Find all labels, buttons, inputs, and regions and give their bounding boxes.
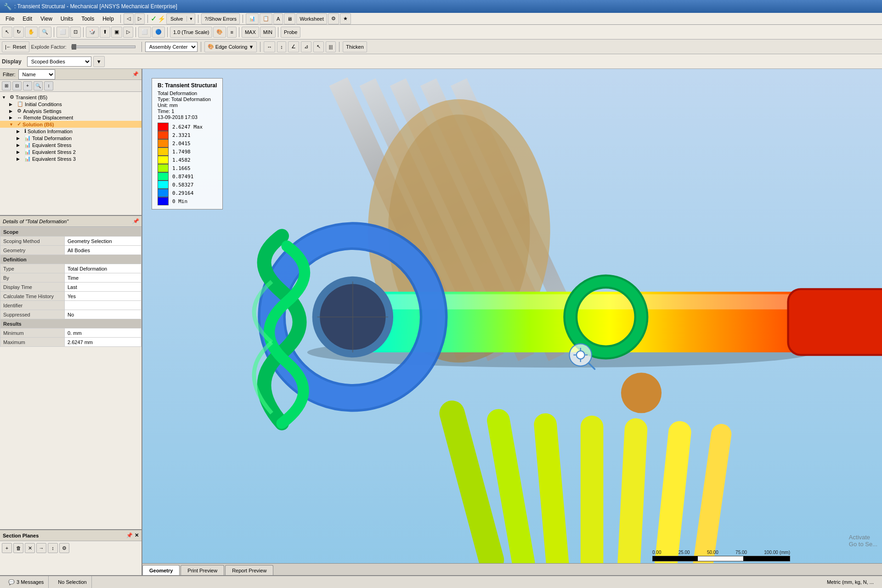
status-selection: No Selection — [53, 576, 91, 588]
title-text: : Transient Structural - Mechanical [ANS… — [14, 3, 177, 10]
legend-subtitle3: Unit: mm — [158, 102, 217, 108]
legend-row-7: 0.58327 — [158, 181, 217, 189]
detail-row: Minimum0. mm — [0, 328, 141, 338]
filter-select[interactable]: Name — [18, 69, 55, 79]
tree-item-7[interactable]: ▶📊Equivalent Stress — [0, 141, 141, 148]
menu-units[interactable]: Units — [57, 15, 77, 23]
tree-item-0[interactable]: ▼⚙Transient (B5) — [0, 94, 141, 101]
units-text: Metric (mm, kg, N, ... — [827, 579, 874, 585]
tree-item-5[interactable]: ▶ℹSolution Information — [0, 128, 141, 135]
wireframe-btn[interactable]: ⬜ — [138, 27, 151, 38]
viewport-tabs: GeometryPrint PreviewReport Preview — [142, 563, 882, 575]
thicken-btn[interactable]: Thicken — [343, 41, 367, 52]
pan-btn[interactable]: ✋ — [25, 27, 38, 38]
tree-sort-btn[interactable]: ↕ — [44, 81, 53, 90]
explode-slider[interactable] — [71, 45, 136, 48]
titlebar: 🔧 : Transient Structural - Mechanical [A… — [0, 0, 882, 13]
scoped-bodies-arrow[interactable]: ▼ — [93, 56, 105, 67]
pin-icon[interactable]: 📌 — [132, 71, 139, 77]
detail-row: Scoping MethodGeometry Selection — [0, 237, 141, 246]
solve-dropdown-arrow[interactable]: ▼ — [187, 17, 195, 21]
iso-view-btn[interactable]: 🎲 — [86, 27, 99, 38]
filter-label: Filter: — [3, 72, 16, 77]
solve-label[interactable]: Solve — [167, 16, 187, 22]
planes-pin-icon[interactable]: 📌 — [126, 532, 133, 538]
fit-btn[interactable]: ⊡ — [70, 27, 81, 38]
snap-btn[interactable]: ||| — [326, 41, 336, 52]
front-view-btn[interactable]: ▣ — [111, 27, 122, 38]
planes-add-btn[interactable]: + — [2, 543, 12, 553]
section-header-results: Results — [0, 319, 141, 328]
edge-coloring-arrow[interactable]: ▼ — [249, 44, 254, 50]
selection-text: No Selection — [58, 579, 86, 585]
section-header-definition: Definition — [0, 255, 141, 264]
details-pin-icon[interactable]: 📌 — [132, 218, 139, 224]
zoom-btn[interactable]: 🔍 — [39, 27, 51, 38]
edge-coloring-btn[interactable]: 🎨 Edge Coloring ▼ — [204, 41, 257, 52]
viewport-tab-2[interactable]: Report Preview — [225, 565, 273, 575]
tree-item-6[interactable]: ▶📊Total Deformation — [0, 135, 141, 141]
viewport[interactable]: B: Transient Structural Total Deformatio… — [142, 69, 882, 575]
legend-row-3: 1.7498 — [158, 147, 217, 156]
measure-btn-3[interactable]: ∠ — [288, 41, 299, 52]
icon-btn-3[interactable]: A — [273, 13, 283, 24]
menu-view[interactable]: View — [37, 15, 56, 23]
tree-collapse-all-btn[interactable]: ⊟ — [12, 81, 22, 90]
worksheet-btn[interactable]: Worksheet — [296, 13, 327, 24]
viewport-tab-0[interactable]: Geometry — [142, 565, 180, 575]
icon-btn-1[interactable]: 📊 — [246, 13, 259, 24]
max-btn[interactable]: MAX — [242, 27, 259, 38]
planes-close-icon[interactable]: ✕ — [135, 532, 139, 538]
right-view-btn[interactable]: ▷ — [123, 27, 133, 38]
planes-move-btn[interactable]: → — [36, 543, 46, 553]
planes-panel: Section Planes 📌 ✕ + 🗑 ✕ → ↕ ⚙ — [0, 529, 141, 575]
tree-item-2[interactable]: ▶⚙Analysis Settings — [0, 107, 141, 114]
display-type-btn[interactable]: ≡ — [227, 27, 236, 38]
measure-btn-1[interactable]: ↔ — [264, 41, 275, 52]
assembly-center-select[interactable]: Assembly Center — [145, 42, 198, 52]
icon-btn-2[interactable]: 📋 — [260, 13, 272, 24]
select-tool-btn[interactable]: ↖ — [2, 27, 12, 38]
shaded-btn[interactable]: 🔵 — [152, 27, 165, 38]
result-type-btn[interactable]: 🎨 — [213, 27, 226, 38]
min-btn[interactable]: MIN — [260, 27, 276, 38]
tree-expand-all-btn[interactable]: ⊞ — [2, 81, 11, 90]
tree-item-9[interactable]: ▶📊Equivalent Stress 3 — [0, 155, 141, 162]
tree-item-4[interactable]: ▼✓Solution (B6) — [0, 121, 141, 128]
icon-btn-5[interactable]: ⚙ — [328, 13, 339, 24]
probe-btn[interactable]: Probe — [281, 27, 300, 38]
measure-btn-2[interactable]: ↕ — [277, 41, 286, 52]
detail-row: GeometryAll Bodies — [0, 246, 141, 255]
show-errors-btn[interactable]: ?/Show Errors — [201, 13, 240, 24]
menu-file[interactable]: File — [2, 15, 18, 23]
planes-flip-btn[interactable]: ↕ — [48, 543, 58, 553]
top-view-btn[interactable]: ⬆ — [100, 27, 110, 38]
reset-btn[interactable]: |← Reset — [2, 41, 29, 52]
nav-forward-btn[interactable]: ▷ — [135, 13, 145, 24]
tree-item-3[interactable]: ▶↔Remote Displacement — [0, 114, 141, 121]
tb1-sep2 — [83, 27, 84, 37]
scoped-bodies-select[interactable]: Scoped Bodies — [27, 57, 91, 67]
tree-item-1[interactable]: ▶📋Initial Conditions — [0, 101, 141, 107]
nav-back-btn[interactable]: ◁ — [124, 13, 134, 24]
menu-tools[interactable]: Tools — [78, 15, 98, 23]
solve-button[interactable]: Solve ▼ — [166, 13, 195, 24]
measure-btn-4[interactable]: ⊿ — [301, 41, 311, 52]
icon-btn-4[interactable]: 🖥 — [284, 13, 295, 24]
tree-item-8[interactable]: ▶📊Equivalent Stress 2 — [0, 148, 141, 155]
tree-filter-btn[interactable]: 🔍 — [34, 81, 43, 90]
planes-settings-btn[interactable]: ⚙ — [59, 543, 69, 553]
planes-x-btn[interactable]: ✕ — [25, 543, 35, 553]
rotate-btn[interactable]: ↻ — [13, 27, 24, 38]
menu-edit[interactable]: Edit — [19, 15, 36, 23]
box-zoom-btn[interactable]: ⬜ — [57, 27, 69, 38]
legend-row-0: 2.6247 Max — [158, 123, 217, 131]
result-scale-btn[interactable]: 1.0 (True Scale) — [170, 27, 212, 38]
icon-btn-6[interactable]: ★ — [340, 13, 351, 24]
explode-slider-thumb[interactable] — [72, 44, 76, 50]
select-mode-btn[interactable]: ↖ — [313, 41, 324, 52]
planes-delete-btn[interactable]: 🗑 — [13, 543, 23, 553]
menu-help[interactable]: Help — [99, 15, 118, 23]
viewport-tab-1[interactable]: Print Preview — [181, 565, 224, 575]
tree-new-btn[interactable]: + — [23, 81, 32, 90]
